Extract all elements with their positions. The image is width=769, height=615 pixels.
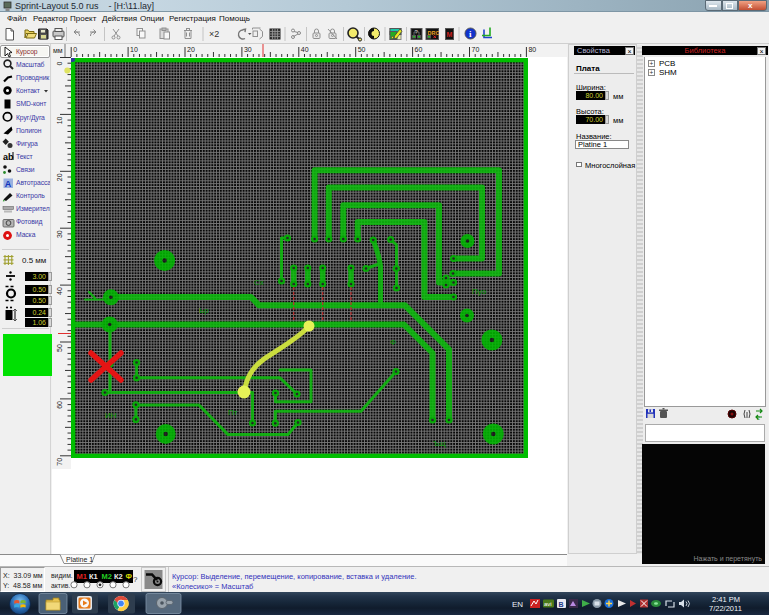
svg-text:DRC: DRC: [428, 30, 440, 36]
svg-text:70: 70: [56, 458, 63, 466]
svg-text:20: 20: [187, 46, 195, 53]
svg-text:7/22/2011: 7/22/2011: [709, 604, 742, 613]
svg-text:50: 50: [56, 344, 63, 352]
svg-text:Platine 1: Platine 1: [66, 556, 93, 563]
svg-text:70: 70: [472, 46, 480, 53]
svg-text:50: 50: [358, 46, 366, 53]
svg-text:20: 20: [56, 173, 63, 181]
svg-text:2: 2: [757, 415, 760, 421]
svg-text:2:41 PM: 2:41 PM: [712, 595, 740, 604]
svg-text:мм: мм: [53, 47, 63, 54]
svg-text:60: 60: [415, 46, 423, 53]
svg-text:0: 0: [73, 46, 77, 53]
svg-text:M: M: [447, 31, 453, 38]
svg-text:80: 80: [528, 46, 536, 53]
svg-text:40: 40: [301, 46, 309, 53]
svg-text:0: 0: [56, 61, 63, 65]
svg-text:B: B: [559, 601, 564, 608]
svg-text:30: 30: [56, 230, 63, 238]
svg-text:10: 10: [130, 46, 138, 53]
svg-text:A: A: [5, 179, 12, 189]
svg-text:40: 40: [56, 287, 63, 295]
svg-text:avi: avi: [544, 601, 552, 607]
svg-text:10: 10: [56, 116, 63, 124]
svg-text:30: 30: [244, 46, 252, 53]
svg-text:60: 60: [56, 401, 63, 409]
svg-text:×2: ×2: [209, 29, 219, 39]
svg-text:ab: ab: [3, 152, 14, 162]
svg-text:EN: EN: [512, 600, 523, 609]
